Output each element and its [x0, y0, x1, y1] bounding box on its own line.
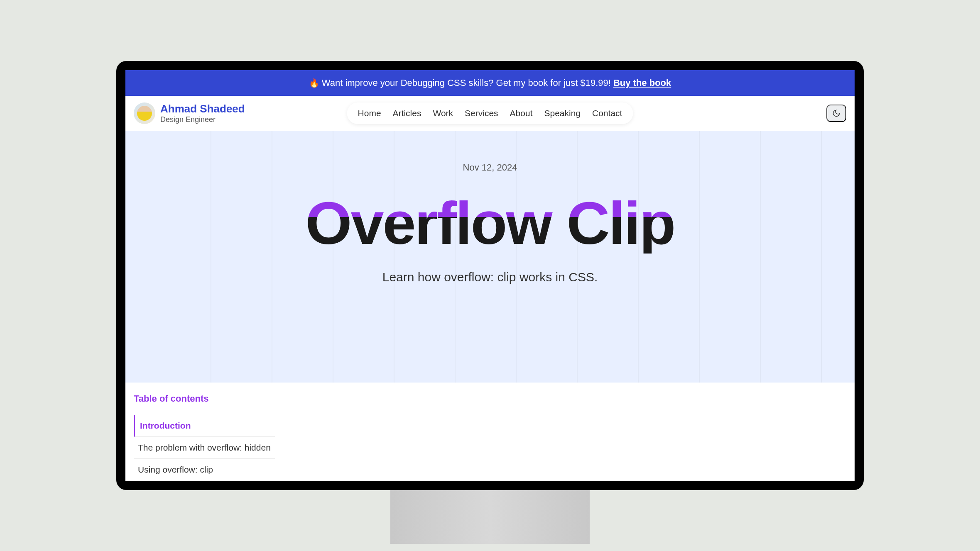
- toc-list: Introduction The problem with overflow: …: [134, 415, 275, 481]
- promo-text: Want improve your Debugging CSS skills? …: [322, 78, 611, 88]
- buy-book-link[interactable]: Buy the book: [613, 78, 671, 88]
- screen: 🔥 Want improve your Debugging CSS skills…: [125, 70, 855, 481]
- nav-contact[interactable]: Contact: [592, 108, 622, 118]
- theme-toggle-button[interactable]: [826, 105, 846, 122]
- hero-section: Nov 12, 2024 Overflow Clip Learn how ove…: [125, 131, 855, 383]
- main-nav: Home Articles Work Services About Speaki…: [347, 102, 633, 124]
- nav-home[interactable]: Home: [358, 108, 381, 118]
- avatar-image: [137, 106, 152, 121]
- article-date: Nov 12, 2024: [463, 162, 517, 173]
- monitor-frame: 🔥 Want improve your Debugging CSS skills…: [116, 61, 864, 490]
- promo-banner: 🔥 Want improve your Debugging CSS skills…: [125, 70, 855, 96]
- avatar: [134, 102, 155, 124]
- nav-articles[interactable]: Articles: [393, 108, 421, 118]
- profile-text: Ahmad Shadeed Design Engineer: [160, 102, 245, 124]
- toc-item-using[interactable]: Using overflow: clip: [134, 459, 275, 481]
- author-title: Design Engineer: [160, 115, 245, 124]
- monitor-stand: [390, 490, 590, 544]
- site-header: Ahmad Shadeed Design Engineer Home Artic…: [125, 96, 855, 131]
- toc-item-problem[interactable]: The problem with overflow: hidden: [134, 437, 275, 459]
- toc-section: Table of contents Introduction The probl…: [125, 383, 855, 481]
- nav-about[interactable]: About: [510, 108, 533, 118]
- nav-speaking[interactable]: Speaking: [544, 108, 581, 118]
- moon-icon: [832, 109, 840, 117]
- article-subtitle: Learn how overflow: clip works in CSS.: [382, 270, 598, 284]
- nav-work[interactable]: Work: [433, 108, 453, 118]
- toc-item-introduction[interactable]: Introduction: [134, 415, 275, 437]
- author-profile[interactable]: Ahmad Shadeed Design Engineer: [134, 102, 245, 124]
- toc-heading: Table of contents: [134, 393, 846, 404]
- article-title: Overflow Clip: [305, 194, 674, 254]
- author-name: Ahmad Shadeed: [160, 102, 245, 115]
- nav-services[interactable]: Services: [465, 108, 498, 118]
- fire-icon: 🔥: [309, 78, 319, 88]
